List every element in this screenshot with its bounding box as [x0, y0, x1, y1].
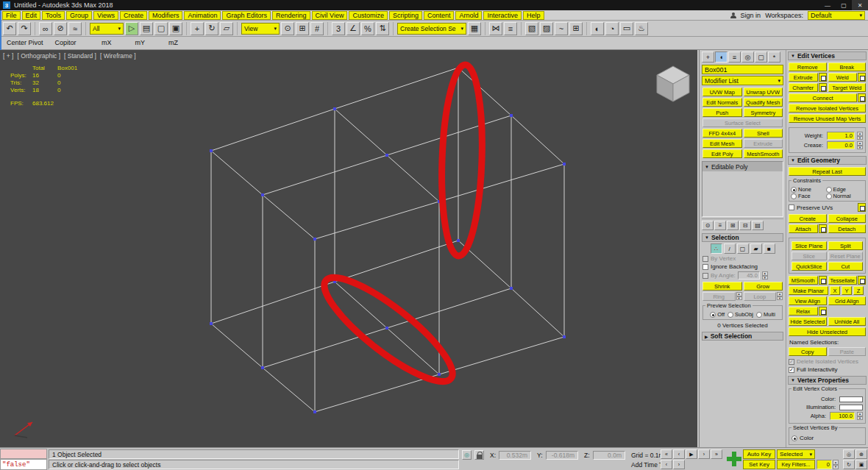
rendered-frame-window-icon[interactable]: ▭ — [620, 22, 633, 35]
render-setup-icon[interactable]: ◔ — [605, 22, 619, 35]
preview-option-off[interactable]: Off — [710, 311, 725, 318]
edit-geometry-z-button[interactable]: Z — [853, 286, 864, 295]
menu-item-customize[interactable]: Customize — [349, 11, 388, 20]
frame-spinner[interactable]: ▲▼ — [833, 460, 839, 469]
modifier-button-push[interactable]: Push — [702, 108, 742, 117]
edit-vertices-remove-isolated-vertices-button[interactable]: Remove Isolated Vertices — [789, 104, 866, 113]
modifier-stack-item[interactable]: ▼Editable Poly — [702, 162, 783, 171]
menu-item-group[interactable]: Group — [66, 11, 92, 20]
modifier-button-ffd-4x4x4[interactable]: FFD 4x4x4 — [702, 129, 742, 138]
named-selection-copy-button[interactable]: Copy — [789, 347, 827, 356]
tab-motion[interactable]: ◎ — [741, 51, 754, 63]
edit-geometry-x-button[interactable]: X — [830, 286, 840, 295]
vertex-dot[interactable] — [438, 373, 441, 376]
vertex-mode-icon[interactable]: ∴ — [711, 243, 722, 254]
undo-icon[interactable]: ↶ — [3, 22, 16, 35]
border-mode-icon[interactable]: ▢ — [737, 243, 749, 254]
selection-filter-dropdown[interactable]: All▾ — [90, 23, 124, 35]
edit-geometry-msmooth-settings-button[interactable] — [819, 276, 827, 285]
render-production-icon[interactable]: ♨ — [635, 22, 648, 35]
modifier-button-edit-poly[interactable]: Edit Poly — [702, 149, 742, 158]
preview-option-subobj[interactable]: SubObj — [728, 311, 753, 318]
tab-hierarchy[interactable]: ≡ — [728, 51, 741, 63]
pin-stack-icon[interactable]: ⊙ — [702, 221, 714, 230]
edit-geometry-collapse-button[interactable]: Collapse — [828, 214, 867, 223]
select-by-name-icon[interactable]: ▤ — [140, 22, 153, 35]
menu-item-interactive[interactable]: Interactive — [483, 11, 522, 20]
alpha-field[interactable]: 100.0 — [830, 412, 855, 420]
menu-item-modifiers[interactable]: Modifiers — [149, 11, 183, 20]
edit-geometry-make-planar-button[interactable]: Make Planar — [789, 286, 828, 295]
edit-geometry-hide-unselected-button[interactable]: Hide Unselected — [789, 327, 866, 336]
vertex-dot[interactable] — [385, 154, 388, 157]
keyboard-shortcut-override-icon[interactable]: # — [310, 22, 324, 35]
modifier-button-symmetry[interactable]: Symmetry — [744, 108, 783, 117]
edit-vertices-weld-button[interactable]: Weld — [828, 73, 858, 82]
menu-item-content[interactable]: Content — [424, 11, 455, 20]
edit-geometry-attach-button[interactable]: Attach — [789, 224, 818, 233]
zoom-extents-icon[interactable]: ⊕ — [855, 449, 867, 459]
set-key-button[interactable]: Set Key — [743, 460, 775, 469]
next-frame-button[interactable]: › — [698, 449, 710, 459]
window-crossing-icon[interactable]: ▣ — [169, 22, 182, 35]
vertex-dot[interactable] — [563, 335, 566, 338]
menu-item-file[interactable]: File — [2, 11, 21, 20]
tab-modify[interactable]: ◖ — [715, 51, 728, 63]
make-unique-icon[interactable]: ⊞ — [727, 221, 739, 230]
zoom-icon[interactable]: ◎ — [843, 449, 855, 459]
workspace-dropdown[interactable]: Default ▾ — [808, 11, 865, 20]
vertex-dot[interactable] — [261, 366, 264, 369]
tab-utilities[interactable]: * — [768, 51, 780, 63]
edit-geometry-unhide-all-button[interactable]: Unhide All — [828, 317, 867, 326]
modifier-list-dropdown[interactable]: Modifier List ▾ — [702, 76, 783, 85]
isolate-selection-toggle-icon[interactable]: ◎ — [462, 450, 472, 460]
menu-item-graph-editors[interactable]: Graph Editors — [222, 11, 271, 20]
key-filters-button[interactable]: Key Filters... — [777, 460, 815, 469]
slice-slice-plane-button[interactable]: Slice Plane — [791, 241, 827, 250]
go-to-end-button[interactable]: » — [711, 449, 722, 459]
edit-geometry-tessellate-button[interactable]: Tessellate — [828, 276, 858, 285]
toolbar-button-center-pivot[interactable]: Center Pivot — [4, 38, 46, 47]
graphite-ribbon-icon[interactable]: ▨ — [540, 22, 553, 35]
edit-geometry-detach-button[interactable]: Detach — [828, 224, 867, 233]
vertex-color-swatch[interactable] — [839, 396, 863, 402]
key-step-forward-button[interactable]: › — [673, 460, 685, 469]
selection-rollout-header[interactable]: ▼ Selection — [702, 233, 783, 242]
edge-mode-icon[interactable]: / — [724, 243, 736, 254]
viewport-label-wireframe[interactable]: [ Wireframe ] — [100, 52, 136, 60]
weight-spinner[interactable]: ▲▼ — [857, 132, 863, 140]
vertex-properties-rollout-header[interactable]: ▼ Vertex Properties — [788, 376, 867, 385]
selected-set-dropdown[interactable]: Selected ▾ — [777, 449, 815, 459]
edit-vertices-extrude-settings-button[interactable] — [819, 73, 827, 82]
vertex-dot[interactable] — [385, 327, 388, 330]
vertex-dot[interactable] — [510, 114, 513, 117]
edit-geometry-relax-settings-button[interactable] — [819, 307, 827, 316]
remove-modifier-icon[interactable]: ⊟ — [739, 221, 751, 230]
edit-vertices-rollout-header[interactable]: ▼ Edit Vertices — [788, 51, 867, 60]
vertex-dot[interactable] — [563, 163, 566, 165]
edit-geometry-y-button[interactable]: Y — [842, 286, 852, 295]
select-object-icon[interactable]: ▷ — [125, 22, 138, 35]
vertex-dot[interactable] — [313, 238, 316, 241]
edit-vertices-remove-button[interactable]: Remove — [789, 63, 827, 71]
constraint-option-normal[interactable]: Normal — [826, 193, 861, 199]
edit-geometry-view-align-button[interactable]: View Align — [789, 296, 827, 305]
edit-vertices-connect-settings-button[interactable] — [858, 93, 866, 102]
material-editor-icon[interactable]: ◐ — [591, 22, 604, 35]
crease-field[interactable]: 0.0 — [827, 141, 855, 149]
select-by-color-option[interactable]: Color — [791, 435, 863, 441]
edit-vertices-extrude-button[interactable]: Extrude — [789, 73, 818, 82]
constraint-option-none[interactable]: None — [791, 186, 826, 193]
tab-display[interactable]: ▢ — [755, 51, 767, 63]
maximize-button[interactable]: ▢ — [836, 0, 852, 10]
slice-quickslice-button[interactable]: QuickSlice — [791, 262, 827, 271]
viewport[interactable]: [ + ][ Orthographic ][ Standard ][ Wiref… — [0, 50, 697, 447]
snaps-toggle-3d-icon[interactable]: 3 — [332, 22, 345, 35]
modifier-button-quadify-mesh[interactable]: Quadify Mesh — [744, 98, 783, 107]
constraint-option-face[interactable]: Face — [791, 193, 826, 199]
select-and-scale-icon[interactable]: ▱ — [220, 22, 233, 35]
minimize-button[interactable]: — — [819, 0, 836, 10]
preview-option-multi[interactable]: Multi — [756, 311, 775, 318]
play-button[interactable]: ▶ — [686, 449, 697, 459]
toolbar-button-mz[interactable]: mZ — [168, 39, 178, 46]
